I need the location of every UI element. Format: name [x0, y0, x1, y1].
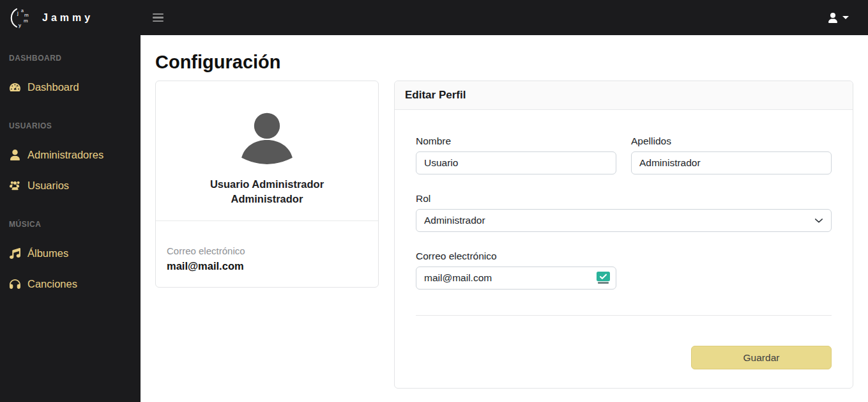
jammy-logo-icon: j a m m y	[9, 5, 34, 31]
sidebar-item-dashboard[interactable]: Dashboard	[9, 81, 132, 93]
mail-check-icon[interactable]	[597, 272, 610, 284]
nav-section-label: DASHBOARD	[9, 54, 132, 63]
sidebar-item-label: Canciones	[27, 278, 77, 290]
svg-text:m: m	[24, 18, 28, 24]
apellidos-label: Apellidos	[631, 135, 832, 147]
page-title: Configuración	[155, 52, 853, 72]
main-content: Configuración Usuario Administrador Admi…	[141, 35, 868, 402]
svg-text:a: a	[21, 8, 24, 13]
rol-selected-value: Administrador	[424, 215, 485, 226]
edit-profile-card: Editar Perfil Nombre Apellidos	[394, 81, 853, 389]
profile-role: Administrador	[166, 192, 368, 206]
sidebar-item-usuarios[interactable]: Usuarios	[9, 180, 132, 192]
sidebar-item-label: Administradores	[27, 149, 103, 161]
edit-card-title: Editar Perfil	[395, 81, 853, 110]
nav-section-dashboard: DASHBOARD Dashboard	[0, 54, 141, 93]
chevron-down-icon	[842, 16, 849, 19]
music-note-icon	[9, 248, 20, 259]
user-icon	[828, 13, 838, 23]
nav-section-musica: MÚSICA Álbumes Canciones	[0, 220, 141, 290]
user-menu[interactable]	[828, 13, 849, 23]
speedometer-icon	[9, 82, 20, 93]
svg-text:y: y	[19, 22, 21, 28]
rol-select[interactable]: Administrador	[416, 209, 832, 232]
sidebar-item-label: Usuarios	[27, 180, 69, 192]
avatar-icon	[236, 109, 298, 170]
save-button[interactable]: Guardar	[691, 346, 832, 369]
sidebar-nav: DASHBOARD Dashboard USUARIOS Administrad…	[0, 54, 141, 290]
profile-name: Usuario Administrador	[166, 177, 368, 192]
svg-text:j: j	[17, 10, 19, 16]
svg-text:m: m	[24, 12, 29, 18]
topbar	[141, 0, 868, 35]
people-icon	[9, 180, 20, 192]
nav-section-label: USUARIOS	[9, 122, 132, 130]
edit-profile-form: Nombre Apellidos Rol Administrador	[416, 135, 832, 369]
rol-label: Rol	[416, 193, 832, 205]
nombre-input[interactable]	[416, 151, 616, 174]
sidebar-item-administradores[interactable]: Administradores	[9, 149, 132, 161]
sidebar: j a m m y Jammy DASHBOARD Dashboard USUA…	[0, 0, 141, 402]
correo-label: Correo electrónico	[416, 251, 616, 262]
person-icon	[9, 150, 20, 161]
profile-card: Usuario Administrador Administrador Corr…	[155, 81, 379, 288]
sidebar-item-label: Dashboard	[27, 81, 79, 93]
sidebar-item-label: Álbumes	[27, 247, 68, 259]
nav-section-label: MÚSICA	[9, 220, 132, 229]
profile-email-label: Correo electrónico	[167, 245, 367, 256]
profile-email-value: mail@mail.com	[167, 259, 367, 272]
nombre-label: Nombre	[416, 135, 616, 147]
sidebar-item-albumes[interactable]: Álbumes	[9, 247, 132, 259]
brand[interactable]: j a m m y Jammy	[0, 0, 141, 35]
form-divider	[416, 315, 832, 316]
select-chevron-down-icon	[814, 216, 823, 225]
apellidos-input[interactable]	[631, 151, 832, 174]
brand-name: Jammy	[42, 12, 93, 24]
nav-section-usuarios: USUARIOS Administradores Usuarios	[0, 122, 141, 192]
headphones-icon	[9, 279, 20, 290]
correo-input[interactable]	[416, 267, 616, 290]
sidebar-item-canciones[interactable]: Canciones	[9, 278, 132, 290]
menu-toggle-button[interactable]	[149, 10, 167, 26]
